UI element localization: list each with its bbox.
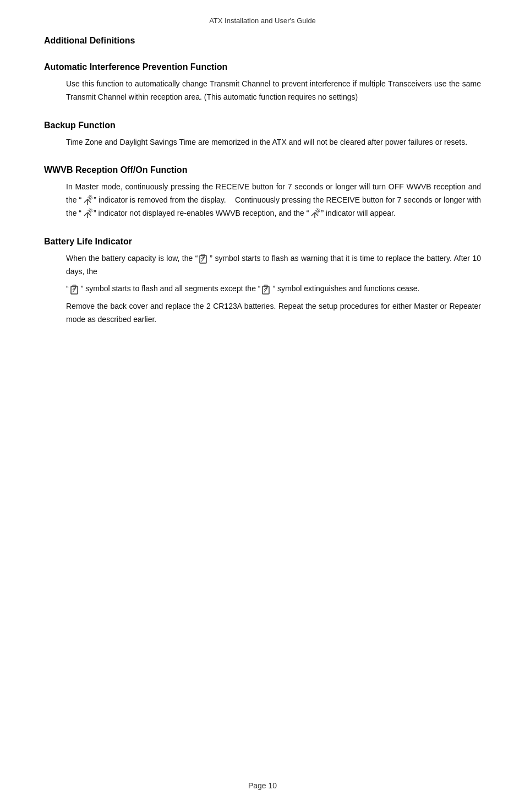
section-additional-definitions: Additional Definitions <box>44 36 481 46</box>
svg-point-3 <box>89 197 91 199</box>
svg-line-21 <box>201 259 203 261</box>
section-body-wwvb: In Master mode, continuously pressing th… <box>44 181 481 220</box>
section-auto-interference: Automatic Interference Prevention Functi… <box>44 62 481 104</box>
section-title-backup: Backup Function <box>44 121 481 130</box>
page-header: ATX Installation and User's Guide <box>44 17 481 25</box>
section-backup-function: Backup Function Time Zone and Daylight S… <box>44 121 481 149</box>
header-title: ATX Installation and User's Guide <box>209 17 316 25</box>
battery-icon-2 <box>70 284 80 295</box>
section-title-additional-definitions: Additional Definitions <box>44 36 481 46</box>
backup-para: Time Zone and Daylight Savings Time are … <box>66 136 481 149</box>
section-title-wwvb: WWVB Reception Off/On Function <box>44 165 481 175</box>
svg-point-15 <box>316 210 319 212</box>
section-body-backup: Time Zone and Daylight Savings Time are … <box>44 136 481 149</box>
section-body-battery: When the battery capacity is low, the “”… <box>44 252 481 326</box>
section-title-auto-interference: Automatic Interference Prevention Functi… <box>44 62 481 72</box>
svg-line-13 <box>311 212 315 216</box>
battery-para-2: “” symbol starts to flash and all segmen… <box>66 282 481 296</box>
page-footer: Page 10 <box>0 781 525 790</box>
svg-line-31 <box>264 290 266 292</box>
auto-interference-para: Use this function to automatically chang… <box>66 78 481 104</box>
svg-line-1 <box>84 199 88 203</box>
wwvb-para: In Master mode, continuously pressing th… <box>66 181 481 220</box>
section-wwvb: WWVB Reception Off/On Function In Master… <box>44 165 481 220</box>
battery-icon-1 <box>199 253 209 264</box>
svg-point-9 <box>89 210 91 212</box>
section-battery-life: Battery Life Indicator When the battery … <box>44 237 481 326</box>
page-container: ATX Installation and User's Guide Additi… <box>0 0 525 812</box>
antenna-icon-1 <box>83 195 92 206</box>
antenna-icon-2 <box>83 208 92 219</box>
footer-text: Page 10 <box>248 781 277 790</box>
battery-para-3: Remove the back cover and replace the 2 … <box>66 300 481 326</box>
section-body-auto-interference: Use this function to automatically chang… <box>44 78 481 104</box>
battery-icon-3 <box>261 284 271 295</box>
svg-line-7 <box>84 212 88 216</box>
svg-line-26 <box>73 290 74 292</box>
section-title-battery: Battery Life Indicator <box>44 237 481 247</box>
antenna-icon-3 <box>310 208 320 219</box>
battery-para-1: When the battery capacity is low, the “”… <box>66 252 481 279</box>
